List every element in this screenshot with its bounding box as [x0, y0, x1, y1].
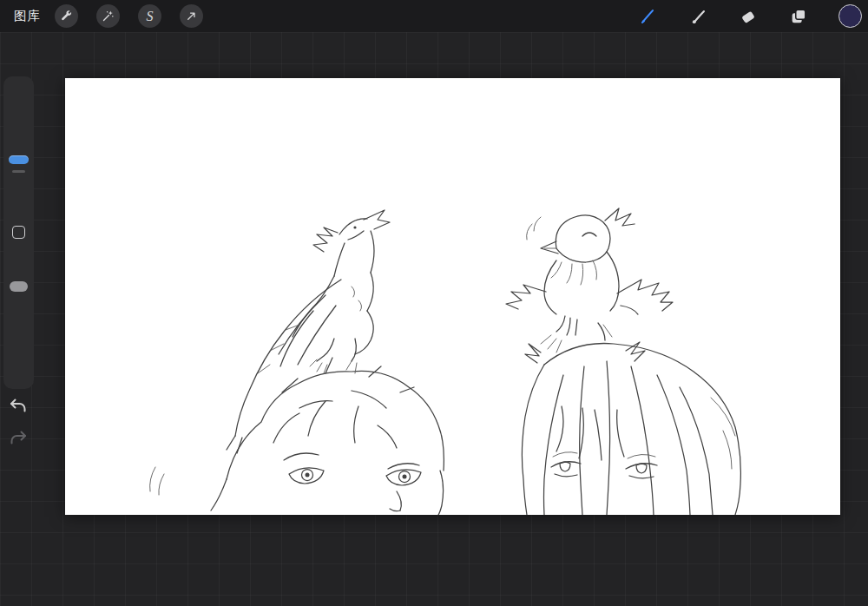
artwork-sketch[interactable] [65, 78, 840, 515]
magic-wand-icon [102, 10, 115, 23]
smudge-icon [689, 7, 708, 26]
transform-button[interactable] [180, 4, 203, 28]
left-person-sketch [150, 358, 444, 515]
redo-button[interactable] [7, 427, 30, 450]
erase-button[interactable] [737, 5, 760, 28]
right-person-sketch [522, 342, 740, 515]
layers-button[interactable] [787, 5, 810, 28]
color-swatch[interactable] [838, 4, 862, 28]
top-toolbar: 图库 S [0, 0, 868, 32]
actions-button[interactable] [55, 4, 78, 28]
adjustments-button[interactable] [96, 4, 120, 28]
brush-size-tick [12, 170, 25, 173]
undo-icon [7, 407, 30, 420]
redo-icon [7, 439, 30, 452]
selection-button[interactable]: S [138, 4, 161, 28]
bird-sketch [506, 208, 673, 352]
layers-icon [789, 7, 808, 26]
modify-button[interactable] [12, 226, 25, 239]
undo-button[interactable] [7, 395, 30, 418]
dragon-sketch [227, 210, 390, 453]
paintbrush-icon [638, 7, 657, 26]
opacity-handle[interactable] [10, 281, 28, 292]
canvas[interactable] [65, 78, 840, 515]
brush-size-handle[interactable] [9, 155, 29, 164]
selection-s-icon: S [147, 10, 154, 23]
transform-arrow-icon [185, 10, 198, 23]
wrench-icon [60, 10, 73, 23]
sidebar [3, 76, 34, 389]
paint-button[interactable] [636, 5, 659, 28]
smudge-button[interactable] [687, 5, 710, 28]
gallery-button[interactable]: 图库 [14, 0, 41, 32]
eraser-icon [739, 7, 758, 26]
